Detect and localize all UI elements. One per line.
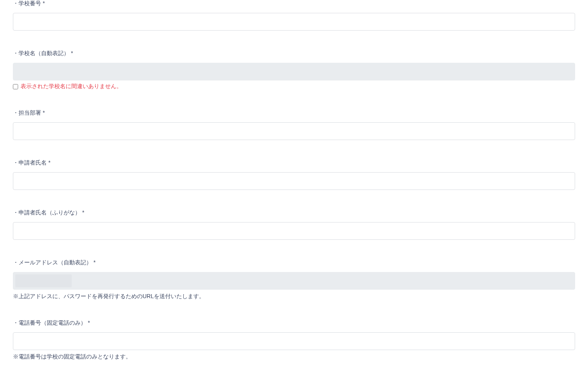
- applicant-name-kana-group: ・申請者氏名（ふりがな） *: [13, 209, 575, 240]
- applicant-name-label: ・申請者氏名 *: [13, 159, 575, 167]
- department-input[interactable]: [13, 122, 575, 140]
- email-group: ・メールアドレス（自動表記） * ※上記アドレスに、パスワードを再発行するための…: [13, 259, 575, 300]
- department-group: ・担当部署 *: [13, 109, 575, 140]
- email-input-wrapper: [13, 272, 575, 290]
- phone-note: ※電話番号は学校の固定電話のみとなります。: [13, 353, 575, 361]
- department-label: ・担当部署 *: [13, 109, 575, 117]
- applicant-name-kana-label: ・申請者氏名（ふりがな） *: [13, 209, 575, 216]
- email-label: ・メールアドレス（自動表記） *: [13, 259, 575, 266]
- school-name-confirm-checkbox[interactable]: [13, 84, 18, 89]
- school-name-confirm-row: 表示された学校名に間違いありません。: [13, 83, 575, 90]
- applicant-name-kana-input[interactable]: [13, 222, 575, 240]
- school-name-input: [13, 63, 575, 80]
- phone-label: ・電話番号（固定電話のみ） *: [13, 319, 575, 327]
- applicant-name-input[interactable]: [13, 172, 575, 190]
- school-number-input[interactable]: [13, 13, 575, 31]
- phone-group: ・電話番号（固定電話のみ） * ※電話番号は学校の固定電話のみとなります。: [13, 319, 575, 361]
- email-input: [13, 272, 575, 290]
- school-number-group: ・学校番号 *: [13, 0, 575, 31]
- school-name-group: ・学校名（自動表記） * 表示された学校名に間違いありません。: [13, 50, 575, 90]
- school-name-confirm-label: 表示された学校名に間違いありません。: [21, 83, 122, 90]
- school-name-label: ・学校名（自動表記） *: [13, 50, 575, 57]
- email-redacted-block: [15, 274, 72, 287]
- email-note: ※上記アドレスに、パスワードを再発行するためのURLを送付いたします。: [13, 293, 575, 300]
- school-number-label: ・学校番号 *: [13, 0, 575, 7]
- phone-input[interactable]: [13, 332, 575, 350]
- applicant-name-group: ・申請者氏名 *: [13, 159, 575, 190]
